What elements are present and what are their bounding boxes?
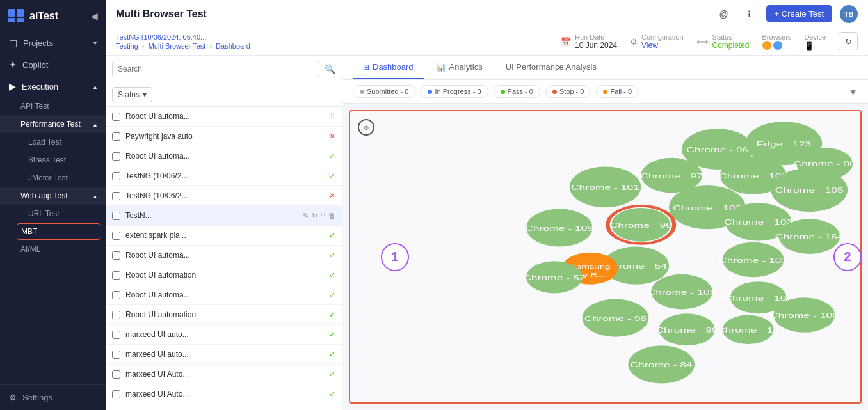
filter-row: Status ▾ [106, 83, 342, 107]
tab-dashboard[interactable]: ⊞ Dashboard [353, 56, 424, 79]
tab-analytics-label: Analytics [449, 62, 483, 72]
table-row[interactable]: TestN... ✎ ↻ ⑂ 🗑 [106, 206, 342, 226]
in-progress-pill[interactable]: In Progress - 0 [421, 85, 488, 98]
row-checkbox[interactable] [112, 311, 120, 319]
check-icon: ✓ [329, 231, 335, 240]
sidebar-item-stress-test[interactable]: Stress Test [0, 151, 106, 169]
table-row[interactable]: Robot UI automa... ✓ [106, 285, 342, 305]
sidebar-item-jmeter-test[interactable]: JMeter Test [0, 169, 106, 187]
browsers-meta: Browsers [762, 33, 792, 50]
table-row[interactable]: Robot UI automation ✓ [106, 305, 342, 325]
svg-text:Chrome - 11: Chrome - 11 [717, 327, 779, 334]
bc-dashboard[interactable]: Dashboard [216, 42, 250, 50]
filter-label: Status [118, 90, 140, 99]
pass-pill[interactable]: Pass - 0 [494, 85, 540, 98]
table-row[interactable]: Paywright java auto ✕ [106, 127, 342, 146]
sidebar-nav: ◫ Projects ▾ ✦ Copilot ▶ Execution ▴ API… [0, 32, 106, 384]
svg-text:Edge - 123: Edge - 123 [757, 140, 812, 147]
row-checkbox[interactable] [112, 291, 120, 299]
table-row[interactable]: TestNG (10/06/2... ✕ [106, 186, 342, 206]
row-checkbox[interactable] [112, 271, 120, 280]
row-checkbox[interactable] [112, 331, 120, 339]
browser-icons [762, 41, 792, 50]
table-row[interactable]: Robot UI automa... ✓ [106, 146, 342, 166]
row-checkbox[interactable] [112, 192, 120, 200]
projects-icon: ◫ [9, 38, 17, 48]
status-filter[interactable]: Status ▾ [112, 87, 152, 102]
row-checkbox[interactable] [112, 212, 120, 220]
refresh-icon[interactable]: ↻ [312, 212, 317, 220]
row-checkbox[interactable] [112, 390, 120, 398]
sidebar-item-mbt[interactable]: MBT [17, 223, 100, 240]
svg-text:Chrome - 90: Chrome - 90 [610, 222, 672, 229]
tab-analytics[interactable]: 📊 Analytics [426, 56, 493, 79]
test-name: TestN... [125, 211, 303, 220]
sidebar-item-api-test[interactable]: API Test [0, 97, 106, 115]
sidebar-item-load-test[interactable]: Load Test [0, 133, 106, 151]
check-icon: ✓ [329, 370, 335, 379]
badge-2-value: 2 [844, 249, 851, 264]
sidebar-item-url-test[interactable]: URL Test [0, 205, 106, 223]
table-row[interactable]: TestNG (10/06/2... ✓ [106, 166, 342, 186]
submitted-dot [360, 90, 364, 94]
row-checkbox[interactable] [112, 251, 120, 260]
row-checkbox[interactable] [112, 172, 120, 180]
fail-label: Fail - 0 [610, 88, 632, 95]
sidebar-item-performance-test[interactable]: Performance Test ▴ [0, 115, 106, 133]
sidebar-item-projects[interactable]: ◫ Projects ▾ [0, 32, 106, 54]
config-label: Configuration [641, 33, 683, 41]
collapse-button[interactable]: ◀ [91, 11, 98, 21]
config-value[interactable]: View [641, 41, 683, 50]
row-checkbox[interactable] [112, 113, 120, 121]
test-name: marxeed UI Auto... [125, 370, 329, 379]
row-checkbox[interactable] [112, 370, 120, 379]
mention-button[interactable]: @ [715, 5, 733, 23]
test-name: extent spark pla... [125, 231, 329, 240]
badge-2: 2 [833, 243, 862, 271]
breadcrumb-root[interactable]: TestNG (10/06/2024, 05:40... [116, 33, 206, 41]
mbt-label: MBT [21, 227, 37, 236]
delete-icon[interactable]: 🗑 [328, 212, 335, 220]
stop-pill[interactable]: Stop - 0 [545, 85, 591, 98]
content-area: 🔍 Status ▾ Robot UI automa... ⠿ Payw [106, 56, 868, 410]
sidebar-item-execution[interactable]: ▶ Execution ▴ [0, 75, 106, 97]
sidebar-item-ai-ml[interactable]: AI/ML [0, 240, 106, 258]
svg-rect-3 [17, 18, 24, 22]
refresh-button[interactable]: ↻ [839, 32, 858, 51]
sidebar-item-copilot[interactable]: ✦ Copilot [0, 54, 106, 75]
svg-rect-1 [17, 9, 24, 17]
table-row[interactable]: Robot UI automation ✓ [106, 265, 342, 285]
row-checkbox[interactable] [112, 132, 120, 141]
search-icon[interactable]: 🔍 [325, 64, 335, 74]
table-row[interactable]: marxeed UI Auto... ✓ [106, 365, 342, 384]
bc-testing[interactable]: Testing [116, 42, 138, 50]
table-row[interactable]: extent spark pla... ✓ [106, 226, 342, 246]
search-input[interactable] [112, 61, 319, 77]
info-button[interactable]: ℹ [741, 5, 759, 23]
sidebar-item-web-app-test[interactable]: Web-app Test ▴ [0, 187, 106, 205]
bc-multibrowser[interactable]: Multi Browser Test [149, 42, 206, 50]
row-checkbox[interactable] [112, 232, 120, 240]
settings-item[interactable]: ⚙ Settings [0, 384, 106, 410]
edge-icon [773, 41, 782, 50]
create-test-button[interactable]: + Create Test [766, 5, 832, 22]
stop-label: Stop - 0 [559, 88, 584, 95]
submitted-pill[interactable]: Submitted - 0 [353, 85, 415, 98]
stop-dot [552, 90, 557, 94]
stress-test-label: Stress Test [28, 155, 66, 164]
table-row[interactable]: Robot UI automa... ✓ [106, 246, 342, 265]
edit-icon[interactable]: ✎ [303, 212, 309, 220]
table-row[interactable]: Robot UI automa... ⠿ [106, 107, 342, 127]
table-row[interactable]: marxeed UI Auto... ✓ [106, 384, 342, 404]
row-checkbox[interactable] [112, 351, 120, 359]
share-icon[interactable]: ⑂ [321, 212, 325, 220]
fail-pill[interactable]: Fail - 0 [596, 85, 639, 98]
filter-icon[interactable]: ▼ [848, 86, 858, 97]
tab-ui-performance[interactable]: UI Performance Analysis [495, 56, 607, 79]
check-icon: ✓ [329, 171, 335, 180]
table-row[interactable]: marxeed UI auto... ✓ [106, 325, 342, 345]
device-label: Device [804, 33, 826, 41]
table-row[interactable]: marxeed UI auto... ✓ [106, 345, 342, 365]
row-checkbox[interactable] [112, 152, 120, 161]
badge-1-value: 1 [391, 249, 398, 264]
